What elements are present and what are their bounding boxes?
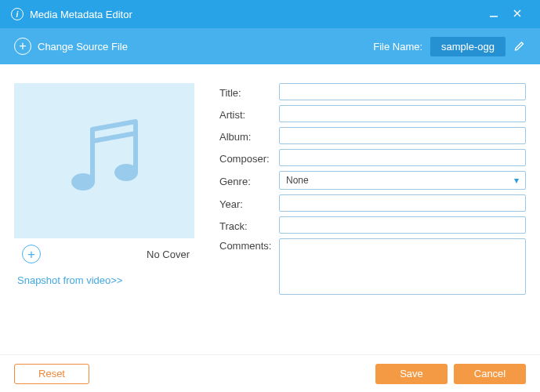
track-input[interactable] [279,216,526,234]
comments-input[interactable] [279,238,526,295]
track-label: Track: [219,219,279,232]
year-input[interactable] [279,194,526,212]
toolbar: + Change Source File File Name: sample-o… [0,28,540,64]
album-input[interactable] [279,127,526,144]
year-label: Year: [219,197,279,210]
svg-point-4 [114,164,138,181]
titlebar: i Media Metadata Editor [0,0,540,28]
artist-input[interactable] [279,105,526,122]
music-note-icon [57,118,151,204]
cover-column: + No Cover Snapshot from video>> [14,83,196,354]
minimize-button[interactable] [482,8,506,21]
cover-actions-row: + No Cover [14,238,196,270]
change-source-label: Change Source File [38,41,128,53]
cancel-button[interactable]: Cancel [454,364,526,384]
composer-input[interactable] [279,149,526,166]
save-button[interactable]: Save [375,364,448,384]
genre-value: None [286,175,309,186]
no-cover-label: No Cover [147,249,190,260]
metadata-form: Title: Artist: Album: Composer: Genre: N… [219,83,526,354]
genre-select[interactable]: None ▾ [279,171,526,190]
composer-label: Composer: [219,151,279,165]
filename-display: File Name: sample-ogg [373,37,526,56]
comments-label: Comments: [219,238,279,252]
window-title: Media Metadata Editor [30,9,132,20]
add-cover-button[interactable]: + [22,245,41,263]
plus-circle-icon: + [14,38,31,55]
album-label: Album: [219,129,279,143]
title-label: Title: [219,85,279,99]
footer: Reset Save Cancel [0,354,540,392]
artist-label: Artist: [219,107,279,121]
filename-value: sample-ogg [430,37,506,56]
reset-button[interactable]: Reset [14,364,89,384]
close-button[interactable] [506,8,529,21]
svg-point-3 [71,173,95,191]
genre-label: Genre: [219,174,279,187]
content: + No Cover Snapshot from video>> Title: … [0,64,540,354]
change-source-button[interactable]: + Change Source File [14,38,128,55]
filename-label: File Name: [373,41,422,53]
caret-down-icon: ▾ [514,175,519,186]
info-icon: i [11,8,24,20]
snapshot-from-video-link[interactable]: Snapshot from video>> [17,274,122,286]
title-input[interactable] [279,83,526,100]
edit-filename-button[interactable] [513,39,526,54]
cover-art-placeholder [14,83,194,238]
